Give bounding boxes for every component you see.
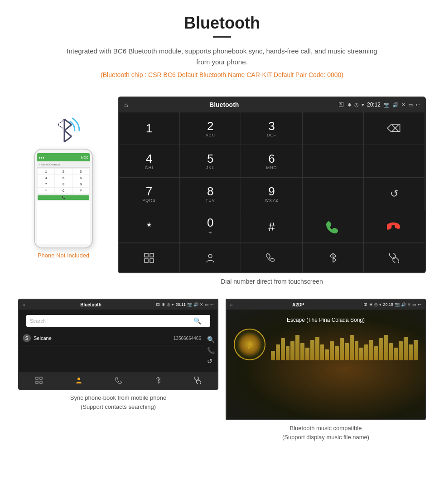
panel1-caption: Sync phone-book from mobile phone (Suppo… bbox=[70, 393, 166, 411]
pb-side-phone-icon[interactable]: 📞 bbox=[207, 347, 215, 354]
dial-key-backspace[interactable]: ⌫ bbox=[364, 112, 425, 145]
pb-side-search-icon[interactable]: 🔍 bbox=[207, 336, 215, 343]
music-wifi-icon: ▾ bbox=[379, 302, 381, 307]
music-song-title: Escape (The Pina Colada Song) bbox=[234, 317, 418, 323]
page-description: Integrated with BC6 Bluetooth module, su… bbox=[63, 46, 381, 68]
dialpad-grid: 1 2 ABC 3 DEF ⌫ 4 GHI bbox=[119, 112, 425, 243]
phone-top-bar: ●●● MOC bbox=[37, 153, 90, 161]
music-home-icon: ⌂ bbox=[230, 302, 232, 307]
main-status-title: Bluetooth bbox=[118, 101, 335, 108]
pb-spacer bbox=[19, 345, 205, 373]
eq-bar bbox=[379, 338, 383, 360]
pb-statusbar: ⌂ Bluetooth ⚿ ✱ ◎ ▾ 20:11 📷 🔊 ✕ ▭ ↩ bbox=[19, 300, 217, 310]
status-right-group: ✱ ◎ ▾ 20:12 📷 🔊 ✕ ▭ ↩ bbox=[347, 102, 420, 108]
phone-key-8: 8 bbox=[55, 181, 72, 187]
bluetooth-nav-icon bbox=[328, 253, 338, 263]
pb-wifi-icon: ▾ bbox=[172, 302, 174, 307]
bottom-person-icon[interactable] bbox=[180, 243, 241, 272]
dial-key-3[interactable]: 3 DEF bbox=[241, 112, 302, 145]
pb-side-refresh-icon[interactable]: ↺ bbox=[207, 358, 215, 365]
eq-bar bbox=[325, 349, 329, 361]
dial-key-7[interactable]: 7 PQRS bbox=[119, 178, 180, 210]
call-green-icon bbox=[326, 219, 340, 234]
pb-contact-letter: S bbox=[23, 334, 31, 342]
music-eq-visualizer bbox=[271, 329, 418, 360]
pb-cam-icon: 📷 bbox=[187, 302, 192, 307]
pb-x-icon: ✕ bbox=[200, 302, 203, 307]
dialpad-bottom-row bbox=[119, 243, 425, 272]
pb-contact-row[interactable]: S Seicane 13566664466 bbox=[19, 331, 205, 345]
dial-key-8[interactable]: 8 TUV bbox=[180, 178, 241, 210]
eq-bar bbox=[305, 348, 309, 360]
svg-line-17 bbox=[330, 253, 333, 256]
phone-key-5: 5 bbox=[55, 175, 72, 181]
dial-key-5[interactable]: 5 JKL bbox=[180, 145, 241, 178]
pb-bottom-link-icon[interactable] bbox=[194, 377, 201, 386]
pb-status-icons: ✱ ◎ ▾ 20:11 📷 🔊 ✕ ▭ ↩ bbox=[162, 302, 214, 307]
bottom-phone-icon[interactable] bbox=[241, 243, 302, 272]
dial-key-call-red[interactable] bbox=[364, 210, 425, 243]
bottom-grid-icon[interactable] bbox=[119, 243, 180, 272]
bottom-link-icon[interactable] bbox=[364, 243, 425, 272]
phone-icon bbox=[266, 253, 276, 263]
backspace-icon: ⌫ bbox=[387, 123, 401, 135]
bottom-panels: ⌂ Bluetooth ⚿ ✱ ◎ ▾ 20:11 📷 🔊 ✕ ▭ ↩ bbox=[0, 290, 444, 451]
dial-key-2[interactable]: 2 ABC bbox=[180, 112, 241, 145]
music-content-area: Escape (The Pina Colada Song) ♪ bbox=[227, 310, 425, 420]
pb-bottom-person-icon[interactable] bbox=[75, 377, 82, 386]
eq-bar bbox=[315, 337, 319, 361]
pb-home-icon: ⌂ bbox=[23, 302, 25, 307]
music-statusbar: ⌂ A2DP ⚿ ✱ ◎ ▾ 20:15 📷 🔊 ✕ ▭ ↩ bbox=[227, 300, 425, 310]
dial-key-call-green[interactable] bbox=[303, 210, 364, 243]
eq-bar bbox=[364, 344, 368, 360]
eq-bar bbox=[320, 344, 324, 360]
svg-point-11 bbox=[208, 254, 212, 258]
music-back-icon: ↩ bbox=[418, 302, 421, 307]
dial-num-7: 7 bbox=[146, 185, 152, 197]
dial-key-1[interactable]: 1 bbox=[119, 112, 180, 145]
svg-line-13 bbox=[333, 253, 336, 256]
dial-key-9[interactable]: 9 WXYZ bbox=[241, 178, 302, 210]
dial-key-6[interactable]: 6 MNO bbox=[241, 145, 302, 178]
phone-key-9: 9 bbox=[72, 181, 89, 187]
music-status-time: 20:15 bbox=[383, 302, 393, 307]
dial-key-hash[interactable]: # bbox=[241, 210, 302, 243]
eq-bar bbox=[276, 344, 280, 360]
person-icon bbox=[205, 253, 215, 263]
bt-status-icon: ✱ bbox=[347, 102, 352, 108]
main-statusbar: ⌂ Bluetooth ⚿ ✱ ◎ ▾ 20:12 📷 🔊 ✕ ▭ ↩ bbox=[119, 97, 425, 112]
music-gps-icon: ◎ bbox=[374, 302, 378, 307]
pb-bottom-phone-icon[interactable] bbox=[115, 377, 122, 386]
dial-num-2: 2 bbox=[207, 120, 213, 132]
eq-bar bbox=[404, 337, 408, 361]
music-vol-icon: 🔊 bbox=[401, 302, 406, 307]
phone-key-7: 7 bbox=[38, 181, 54, 187]
bluetooth-signal-area bbox=[45, 115, 82, 146]
phone-not-included-label: Phone Not Included bbox=[38, 252, 89, 259]
refresh-icon: ↺ bbox=[390, 188, 398, 200]
eq-bar bbox=[300, 343, 304, 361]
eq-bar bbox=[310, 340, 314, 361]
pb-search-box[interactable]: Search bbox=[26, 315, 210, 327]
pb-bottom-bt-icon[interactable] bbox=[155, 377, 161, 386]
dial-key-star[interactable]: * bbox=[119, 210, 180, 243]
dial-sub-7: PQRS bbox=[142, 198, 156, 203]
dial-key-0[interactable]: 0 + bbox=[180, 210, 241, 243]
svg-line-2 bbox=[64, 125, 72, 131]
pb-status-title: Bluetooth bbox=[27, 302, 154, 307]
camera-status-icon: 📷 bbox=[383, 102, 390, 108]
svg-line-27 bbox=[158, 380, 160, 382]
phone-key-0: 0 bbox=[55, 188, 72, 194]
x-status-icon: ✕ bbox=[401, 102, 405, 108]
dial-key-refresh[interactable]: ↺ bbox=[364, 178, 425, 210]
bottom-bluetooth-icon[interactable] bbox=[303, 243, 364, 272]
music-disc: ♪ bbox=[234, 329, 265, 360]
eq-bar bbox=[295, 335, 299, 360]
dial-key-4[interactable]: 4 GHI bbox=[119, 145, 180, 178]
svg-rect-10 bbox=[150, 259, 154, 262]
pb-bottom-grid-icon[interactable] bbox=[35, 377, 43, 385]
dial-num-8: 8 bbox=[207, 185, 213, 197]
svg-rect-19 bbox=[36, 377, 38, 379]
panel1-caption-line2: (Support contacts searching) bbox=[81, 403, 156, 410]
search-icon[interactable]: 🔍 bbox=[193, 317, 201, 325]
